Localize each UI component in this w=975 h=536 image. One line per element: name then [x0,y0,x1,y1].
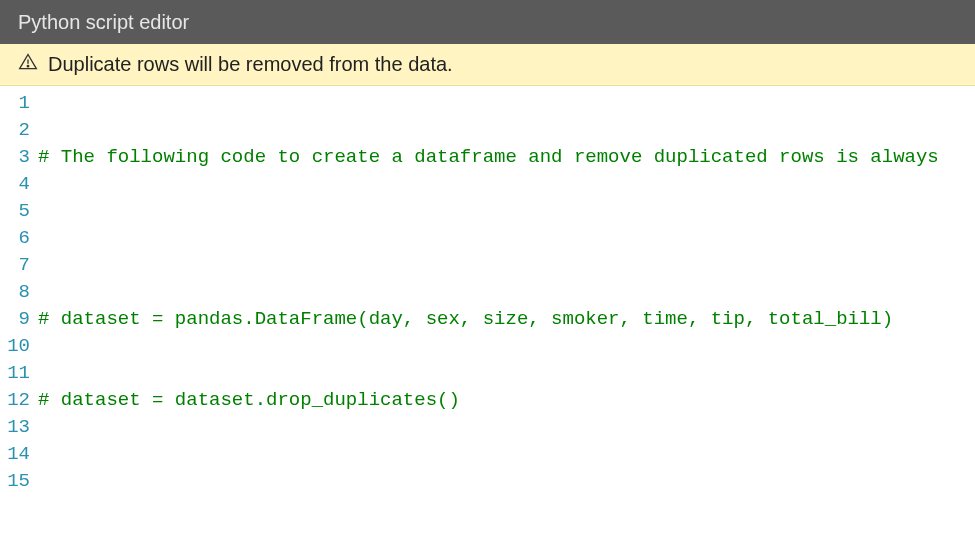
line-number: 9 [0,306,30,333]
code-area[interactable]: # The following code to create a datafra… [38,90,975,536]
comment: # dataset = pandas.DataFrame(day, sex, s… [38,308,893,330]
code-line[interactable] [38,225,975,252]
warning-text: Duplicate rows will be removed from the … [48,53,453,76]
line-number: 3 [0,144,30,171]
line-number: 10 [0,333,30,360]
title-label: Python script editor [18,11,189,34]
gutter: 1 2 3 4 5 6 7 8 9 10 11 12 13 14 15 [0,90,38,536]
code-line[interactable]: # dataset = dataset.drop_duplicates() [38,387,975,414]
line-number: 14 [0,441,30,468]
code-line[interactable]: # The following code to create a datafra… [38,144,975,171]
comment: # The following code to create a datafra… [38,146,939,168]
code-line[interactable]: # dataset = pandas.DataFrame(day, sex, s… [38,306,975,333]
comment: # dataset = dataset.drop_duplicates() [38,389,460,411]
line-number: 6 [0,225,30,252]
line-number: 5 [0,198,30,225]
svg-point-1 [27,65,29,67]
line-number: 4 [0,171,30,198]
warning-bar: Duplicate rows will be removed from the … [0,44,975,86]
line-number: 15 [0,468,30,495]
line-number: 12 [0,387,30,414]
line-number: 11 [0,360,30,387]
line-number: 8 [0,279,30,306]
line-number: 1 [0,90,30,117]
warning-triangle-icon [18,52,38,77]
line-number: 7 [0,252,30,279]
line-number: 2 [0,117,30,144]
code-editor[interactable]: 1 2 3 4 5 6 7 8 9 10 11 12 13 14 15 # Th… [0,86,975,536]
title-bar: Python script editor [0,0,975,44]
code-line[interactable] [38,468,975,495]
line-number: 13 [0,414,30,441]
